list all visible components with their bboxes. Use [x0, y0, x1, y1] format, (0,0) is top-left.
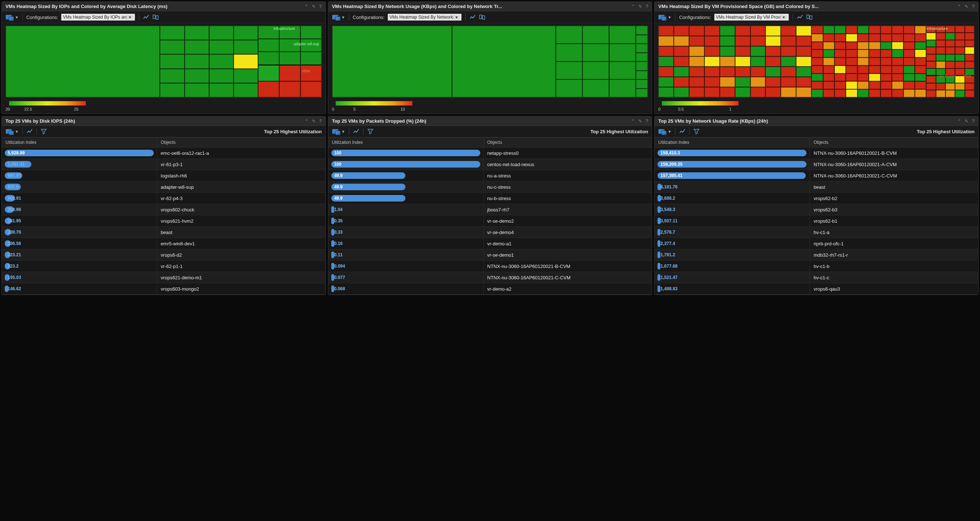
table-row[interactable]: 1,791.2mdb32-rh7-rs1-r: [655, 249, 978, 260]
table-row[interactable]: 1,677.68hv-c1-b: [655, 260, 978, 272]
table-row[interactable]: 697.97logstash-rh6: [2, 170, 325, 181]
table-row[interactable]: 49.9nu-a-stress: [328, 170, 652, 181]
collapse-icon[interactable]: ⌃: [631, 4, 635, 9]
table-row[interactable]: 0.11vr-se-demo1: [328, 249, 652, 260]
help-icon[interactable]: ?: [972, 4, 975, 9]
dashboard-icon[interactable]: [332, 14, 339, 20]
table-row[interactable]: 0.077NTNX-nu-3060-16AP60120021-C-CVM: [328, 272, 652, 283]
edit-icon[interactable]: ✎: [638, 4, 642, 9]
dashboard-icon[interactable]: [5, 129, 12, 134]
collapse-icon[interactable]: ⌃: [957, 119, 961, 124]
table-row[interactable]: 281.95vrops621-hvm2: [2, 215, 325, 227]
table-row[interactable]: 0.33vr-se-demo4: [328, 227, 652, 238]
chart-icon[interactable]: [143, 14, 150, 20]
table-row[interactable]: 3,688.2vrops62-b2: [655, 193, 978, 204]
table-row[interactable]: 5,928.99emc-oel6-ora12-rac1-a: [2, 148, 325, 159]
table-row[interactable]: 49.9nu-c-stress: [328, 181, 652, 193]
table-row[interactable]: 0.35vr-se-demo2: [328, 215, 652, 227]
dashboard-caret-icon[interactable]: ▼: [15, 130, 19, 133]
config-select[interactable]: VMs Heatmap Sized By IOPs an ▼: [61, 14, 135, 21]
table-row[interactable]: 195.03vrops621-demo-m1: [2, 272, 325, 283]
legend-min: 20: [5, 107, 11, 111]
table-row[interactable]: 1,521.47hv-c1-c: [655, 272, 978, 283]
dashboard-icon[interactable]: [658, 14, 665, 20]
table-row[interactable]: 1,061.41vr-61-p3-1: [2, 159, 325, 170]
dashboard-caret-icon[interactable]: ▼: [342, 15, 345, 19]
table-row[interactable]: 49.9nu-b-stress: [328, 193, 652, 204]
heatmap-treemap[interactable]: Infrastructure adapter-w8-sup other: [5, 25, 322, 97]
config-select[interactable]: VMs Heatmap Sized By VM Prov ▼: [714, 14, 789, 21]
collapse-icon[interactable]: ⌃: [305, 4, 308, 9]
table-row[interactable]: 0.16vr-demo-a1: [328, 238, 652, 249]
table-row[interactable]: 2,576.7hv-c1-a: [655, 227, 978, 238]
collapse-icon[interactable]: ⌃: [305, 119, 308, 124]
table-row[interactable]: 157,395.41NTNX-nu-3060-16AP60120021-C-CV…: [655, 170, 978, 181]
chart-icon[interactable]: [679, 129, 686, 134]
table-row[interactable]: 1.04jboss7-rh7: [328, 204, 652, 215]
edit-icon[interactable]: ✎: [312, 119, 316, 124]
table-row[interactable]: 223.21vrops6-d2: [2, 249, 325, 260]
dashboard-icon[interactable]: [5, 14, 12, 20]
table-row[interactable]: 158,209.35NTNX-nu-3060-16AP60120021-A-CV…: [655, 159, 978, 170]
chart-icon[interactable]: [26, 129, 33, 134]
table-row[interactable]: 0.094NTNX-nu-3060-16AP60120021-B-CVM: [328, 260, 652, 272]
dashboard-icon[interactable]: [658, 129, 665, 134]
table-row[interactable]: 239.76beast: [2, 227, 325, 238]
help-icon[interactable]: ?: [646, 4, 648, 9]
edit-icon[interactable]: ✎: [312, 4, 316, 9]
help-icon[interactable]: ?: [319, 4, 322, 9]
table-row[interactable]: 100netapp-stress0: [328, 148, 652, 159]
filter-icon[interactable]: [367, 129, 374, 134]
col-objects[interactable]: Objects: [157, 138, 325, 147]
help-icon[interactable]: ?: [646, 119, 648, 124]
table-row[interactable]: 158,410.3NTNX-nu-3060-16AP60120021-B-CVM: [655, 148, 978, 159]
table-row[interactable]: 223.2vr-62-p1-1: [2, 260, 325, 272]
help-icon[interactable]: ?: [972, 119, 975, 124]
utilization-value: 0.077: [331, 275, 345, 280]
heatmap-treemap[interactable]: [332, 25, 648, 97]
table-row[interactable]: 0.068vr-demo-a2: [328, 283, 652, 295]
table-row[interactable]: 637.5adapter-w8-sup: [2, 181, 325, 193]
chart-icon[interactable]: [353, 129, 360, 134]
col-utilization[interactable]: Utilization Index: [2, 138, 157, 147]
compare-icon[interactable]: [152, 14, 159, 20]
color-legend: [332, 101, 648, 105]
collapse-icon[interactable]: ⌃: [631, 119, 635, 124]
table-row[interactable]: 3,548.3vrops62-b3: [655, 204, 978, 215]
edit-icon[interactable]: ✎: [965, 119, 968, 124]
table-row[interactable]: 2,377.4nprb-prd-ofc-1: [655, 238, 978, 249]
filter-icon[interactable]: [41, 129, 47, 134]
edit-icon[interactable]: ✎: [638, 119, 642, 124]
config-select[interactable]: VMs Heatmap Sized By Network ▼: [388, 14, 462, 21]
col-objects[interactable]: Objects: [810, 138, 978, 147]
compare-icon[interactable]: [806, 14, 813, 20]
col-objects[interactable]: Objects: [484, 138, 652, 147]
dashboard-icon[interactable]: [332, 129, 339, 134]
compare-icon[interactable]: [479, 14, 485, 20]
table-row[interactable]: 4,181.76beast: [655, 181, 978, 193]
table-row[interactable]: 1,488.83vrops6-qau3: [655, 283, 978, 295]
heatmap-treemap[interactable]: Infrastructure Dell Blades other: [658, 25, 975, 97]
table-row[interactable]: 358.96vrops602-chuck: [2, 204, 325, 215]
table-row[interactable]: 3,507.11vrops62-b1: [655, 215, 978, 227]
edit-icon[interactable]: ✎: [965, 4, 968, 9]
collapse-icon[interactable]: ⌃: [957, 4, 961, 9]
table-row[interactable]: 402.91vr-62-p4-3: [2, 193, 325, 204]
chart-icon[interactable]: [797, 14, 803, 20]
dashboard-caret-icon[interactable]: ▼: [342, 130, 345, 133]
dashboard-caret-icon[interactable]: ▼: [15, 15, 19, 19]
object-name: NTNX-nu-3060-16AP60120021-A-CVM: [810, 160, 978, 169]
subtitle: Top 25 Highest Utilization: [917, 129, 975, 134]
utilization-value: 195.03: [5, 275, 21, 280]
col-utilization[interactable]: Utilization Index: [655, 138, 810, 147]
filter-icon[interactable]: [693, 129, 700, 134]
help-icon[interactable]: ?: [319, 119, 322, 124]
table-row[interactable]: 100centos-net-load-nexus: [328, 159, 652, 170]
chart-icon[interactable]: [469, 14, 476, 20]
col-utilization[interactable]: Utilization Index: [328, 138, 484, 147]
panel-header: VMs Heatmap Sized By Network Usage (KBps…: [328, 2, 652, 11]
dashboard-caret-icon[interactable]: ▼: [668, 130, 671, 133]
dashboard-caret-icon[interactable]: ▼: [668, 15, 671, 19]
table-row[interactable]: 236.56emr5-win8-dev1: [2, 238, 325, 249]
table-row[interactable]: 146.62vrops603-mongo2: [2, 283, 325, 295]
